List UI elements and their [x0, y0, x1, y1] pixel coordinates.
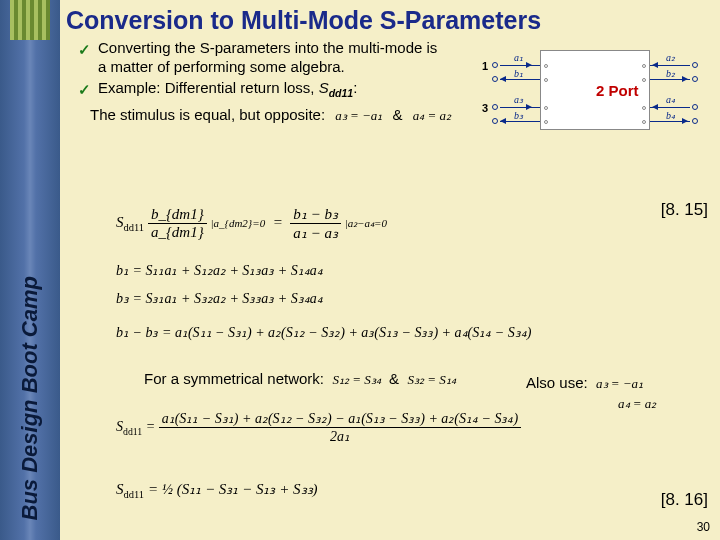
- sym-eq1: S₁₂ = S₃₄: [332, 372, 380, 387]
- sidebar: Bus Design Boot Camp: [0, 0, 60, 540]
- eq-sdd11-long: Sdd11 = a₁(S₁₁ − S₃₁) + a₂(S₁₂ − S₃₂) − …: [116, 410, 521, 445]
- port-num-3: 3: [482, 102, 488, 114]
- sig-b1: b₁: [514, 68, 523, 79]
- sig-b2: b₂: [666, 68, 675, 79]
- symmetrical-text: For a symmetrical network: S₁₂ = S₃₄ & S…: [144, 370, 456, 388]
- sig-b4: b₄: [666, 110, 675, 121]
- ampersand-icon: &: [393, 106, 403, 123]
- alsouse-eq1: a₃ = −a₁: [596, 376, 643, 391]
- slide-body: Conversion to Multi-Mode S-Parameters ✓ …: [60, 0, 720, 540]
- bullet-list: ✓ Converting the S-parameters into the m…: [78, 39, 448, 100]
- sig-a1: a₁: [514, 52, 523, 63]
- also-use: Also use: a₃ = −a₁: [526, 374, 643, 392]
- sidebar-decoration: [10, 0, 50, 40]
- bullet-1: ✓ Converting the S-parameters into the m…: [78, 39, 448, 77]
- stim-eq-right: a₄ = a₂: [413, 108, 451, 123]
- eq-diff: b₁ − b₃ = a₁(S₁₁ − S₃₁) + a₂(S₁₂ − S₃₂) …: [116, 324, 531, 341]
- sig-a2: a₂: [666, 52, 675, 63]
- bullet-2-sym: S: [319, 79, 329, 96]
- sym-eq2: S₃₂ = S₁₄: [407, 372, 455, 387]
- check-icon: ✓: [78, 41, 91, 60]
- two-port-label: 2 Port: [596, 82, 639, 99]
- bullet-2-prefix: Example: Differential return loss,: [98, 79, 319, 96]
- sig-b3: b₃: [514, 110, 523, 121]
- bullet-2: ✓ Example: Differential return loss, Sdd…: [78, 79, 448, 100]
- alsouse-eq2: a₄ = a₂: [618, 396, 656, 412]
- eq-ref-8-15: [8. 15]: [661, 200, 708, 220]
- ampersand-icon: &: [389, 370, 399, 387]
- port-num-1: 1: [482, 60, 488, 72]
- sig-a4: a₄: [666, 94, 675, 105]
- eq-b1: b₁ = S₁₁a₁ + S₁₂a₂ + S₁₃a₃ + S₁₄a₄: [116, 262, 323, 279]
- bullet-2-sub: dd11: [329, 87, 354, 99]
- eq-ref-8-16: [8. 16]: [661, 490, 708, 510]
- stimulus-text: The stimulus is equal, but opposite:: [90, 106, 325, 123]
- vertical-title: Bus Design Boot Camp: [17, 276, 43, 520]
- stim-eq-left: a₃ = −a₁: [335, 108, 382, 123]
- eq-b3: b₃ = S₃₁a₁ + S₃₂a₂ + S₃₃a₃ + S₃₄a₄: [116, 290, 323, 307]
- sig-a3: a₃: [514, 94, 523, 105]
- bullet-2-suffix: :: [353, 79, 357, 96]
- eq-final: Sdd11 = ½ (S₁₁ − S₃₁ − S₁₃ + S₃₃): [116, 480, 318, 500]
- page-number: 30: [697, 520, 710, 534]
- two-port-diagram: 2 Port 1 a₁ b₁ 3 a₃ b₃ a₂ b₂ a₄: [482, 46, 708, 134]
- slide-title: Conversion to Multi-Mode S-Parameters: [66, 6, 714, 35]
- bullet-1-text: Converting the S-parameters into the mul…: [98, 39, 437, 75]
- check-icon: ✓: [78, 81, 91, 100]
- eq-sdd11-def: Sdd11 b_{dm1} a_{dm1} |a_{dm2}=0 = b₁ − …: [116, 205, 387, 242]
